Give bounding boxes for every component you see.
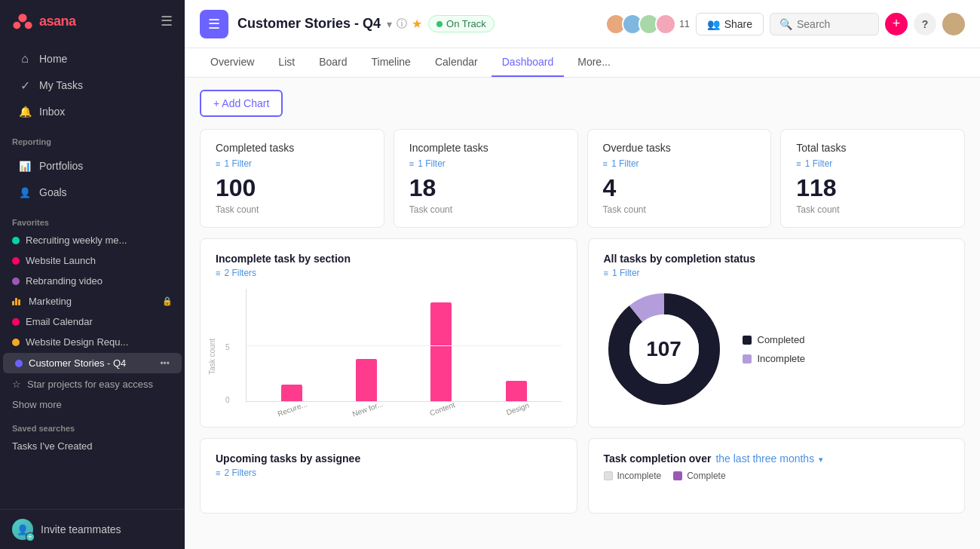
chart-row: Incomplete task by section ≡ 2 Filters T… bbox=[200, 238, 965, 428]
task-completion-period[interactable]: the last three months ▾ bbox=[715, 452, 823, 465]
incomplete-filter[interactable]: ≡ 1 Filter bbox=[409, 158, 562, 169]
completion-legend: Incomplete Complete bbox=[604, 471, 950, 481]
tab-more[interactable]: More... bbox=[567, 48, 621, 77]
sidebar-item-tasks-created[interactable]: Tasks I've Created bbox=[0, 436, 185, 456]
svg-point-2 bbox=[25, 22, 32, 29]
tab-calendar[interactable]: Calendar bbox=[424, 48, 488, 77]
stats-row: Completed tasks ≡ 1 Filter 100 Task coun… bbox=[200, 129, 965, 228]
sidebar-item-home-label: Home bbox=[39, 53, 67, 65]
tasks-created-label: Tasks I've Created bbox=[12, 440, 93, 452]
overdue-title: Overdue tasks bbox=[603, 142, 756, 154]
sidebar-item-my-tasks[interactable]: ✓ My Tasks bbox=[6, 72, 179, 98]
star-icon: ☆ bbox=[12, 379, 21, 390]
share-button[interactable]: 👥 Share bbox=[696, 13, 764, 35]
bottom-row: Upcoming tasks by assignee ≡ 2 Filters T… bbox=[200, 438, 965, 514]
sidebar-item-portfolios[interactable]: 📊 Portfolios bbox=[6, 153, 179, 179]
tab-timeline[interactable]: Timeline bbox=[361, 48, 421, 77]
sidebar-item-marketing[interactable]: Marketing 🔒 bbox=[0, 291, 185, 311]
gridline-mid bbox=[247, 345, 562, 346]
bar-chart-y-container: 5 0 bbox=[246, 289, 562, 413]
main-content: ☰ Customer Stories - Q4 ▾ ⓘ ★ On Track 1… bbox=[185, 0, 980, 549]
legend-incomplete-label: Incomplete bbox=[758, 353, 806, 364]
incomplete-sublabel: Task count bbox=[409, 204, 562, 215]
completion-legend-complete: Complete bbox=[673, 471, 725, 481]
tab-overview[interactable]: Overview bbox=[200, 48, 265, 77]
filter-icon: ≡ bbox=[216, 159, 220, 168]
invite-teammates-button[interactable]: 👤 + Invite teammates bbox=[12, 519, 173, 540]
customer-stories-dot bbox=[15, 360, 23, 367]
recruiting-dot bbox=[12, 237, 20, 244]
show-more-button[interactable]: Show more bbox=[0, 394, 185, 415]
bar-design-rect bbox=[506, 381, 527, 401]
help-button[interactable]: ? bbox=[914, 13, 936, 35]
donut-chart-title: All tasks by completion status bbox=[604, 253, 950, 265]
info-icon[interactable]: ⓘ bbox=[397, 17, 407, 31]
filter-icon-4: ≡ bbox=[796, 159, 801, 168]
upcoming-tasks-filter[interactable]: ≡ 2 Filters bbox=[216, 468, 562, 478]
filter-icon-donut: ≡ bbox=[604, 268, 608, 278]
sidebar-item-email-calendar[interactable]: Email Calendar bbox=[0, 311, 185, 332]
upcoming-filter-label: 2 Filters bbox=[224, 468, 256, 478]
search-box[interactable]: 🔍 bbox=[770, 13, 879, 35]
period-text: the last three months bbox=[715, 452, 814, 465]
chevron-down-icon[interactable]: ▾ bbox=[387, 18, 392, 30]
legend-incomplete-box bbox=[604, 471, 613, 480]
add-button[interactable]: + bbox=[885, 13, 908, 35]
bar-chart-filter[interactable]: ≡ 2 Filters bbox=[216, 268, 562, 278]
status-badge: On Track bbox=[428, 15, 495, 32]
asana-logo-icon bbox=[12, 11, 33, 32]
add-chart-button[interactable]: + Add Chart bbox=[200, 90, 283, 117]
sidebar-item-home[interactable]: ⌂ Home bbox=[6, 46, 179, 72]
tab-board[interactable]: Board bbox=[308, 48, 357, 77]
legend-complete-box bbox=[673, 471, 682, 480]
donut-chart-filter-label: 1 Filter bbox=[612, 268, 640, 278]
sidebar-item-website-launch-label: Website Launch bbox=[26, 255, 96, 266]
sidebar-item-goals-label: Goals bbox=[39, 186, 67, 198]
sidebar-item-website-launch[interactable]: Website Launch bbox=[0, 250, 185, 271]
overdue-filter[interactable]: ≡ 1 Filter bbox=[603, 158, 756, 169]
sidebar-item-email-calendar-label: Email Calendar bbox=[26, 316, 93, 327]
filter-icon-bar: ≡ bbox=[216, 268, 220, 278]
sidebar-item-recruiting-label: Recruiting weekly me... bbox=[26, 235, 127, 246]
total-filter[interactable]: ≡ 1 Filter bbox=[796, 158, 949, 169]
saved-searches-label: Saved searches bbox=[0, 415, 185, 436]
total-value: 118 bbox=[796, 175, 949, 201]
sidebar-item-goals[interactable]: 👤 Goals bbox=[6, 179, 179, 205]
donut-chart-card: All tasks by completion status ≡ 1 Filte… bbox=[588, 238, 966, 428]
marketing-lock-icon: 🔒 bbox=[162, 296, 173, 306]
legend-completed-dot bbox=[743, 336, 752, 345]
sidebar-item-inbox[interactable]: 🔔 Inbox bbox=[6, 99, 179, 124]
filter-icon-3: ≡ bbox=[603, 159, 608, 168]
sidebar-item-customer-stories[interactable]: Customer Stories - Q4 ••• bbox=[3, 353, 182, 373]
avatar-4 bbox=[655, 14, 676, 35]
stat-card-incomplete: Incomplete tasks ≡ 1 Filter 18 Task coun… bbox=[394, 129, 578, 228]
legend-incomplete-dot bbox=[743, 354, 752, 363]
search-input[interactable] bbox=[797, 18, 865, 30]
sidebar-item-website-design[interactable]: Website Design Requ... bbox=[0, 332, 185, 352]
topbar: ☰ Customer Stories - Q4 ▾ ⓘ ★ On Track 1… bbox=[185, 0, 980, 48]
donut-chart-filter[interactable]: ≡ 1 Filter bbox=[604, 268, 950, 278]
donut-area: 107 Completed Incomplete bbox=[604, 289, 950, 409]
tab-list[interactable]: List bbox=[268, 48, 305, 77]
overdue-filter-label: 1 Filter bbox=[611, 158, 639, 169]
sidebar-item-website-design-label: Website Design Requ... bbox=[26, 336, 128, 348]
sidebar: asana ☰ ⌂ Home ✓ My Tasks 🔔 Inbox Report… bbox=[0, 0, 185, 549]
bar-chart-area: Task count 5 0 bbox=[216, 289, 562, 413]
svg-point-1 bbox=[13, 22, 20, 29]
star-icon[interactable]: ★ bbox=[412, 17, 422, 31]
user-avatar[interactable] bbox=[942, 13, 965, 35]
sidebar-toggle-icon[interactable]: ☰ bbox=[161, 13, 173, 29]
bars-container: 5 0 bbox=[246, 289, 562, 402]
project-title: Customer Stories - Q4 bbox=[237, 16, 381, 32]
share-icon: 👥 bbox=[707, 18, 720, 30]
goals-icon: 👤 bbox=[18, 186, 32, 199]
sidebar-item-recruiting[interactable]: Recruiting weekly me... bbox=[0, 230, 185, 250]
completed-title: Completed tasks bbox=[216, 142, 369, 154]
bar-chart-card: Incomplete task by section ≡ 2 Filters T… bbox=[200, 238, 577, 428]
email-calendar-dot bbox=[12, 318, 20, 326]
sidebar-item-rebranding[interactable]: Rebranding video bbox=[0, 271, 185, 291]
completed-filter[interactable]: ≡ 1 Filter bbox=[216, 158, 369, 169]
sidebar-nav: ⌂ Home ✓ My Tasks 🔔 Inbox bbox=[0, 42, 185, 128]
customer-stories-more-icon[interactable]: ••• bbox=[160, 358, 170, 369]
tab-dashboard[interactable]: Dashboard bbox=[492, 48, 565, 77]
